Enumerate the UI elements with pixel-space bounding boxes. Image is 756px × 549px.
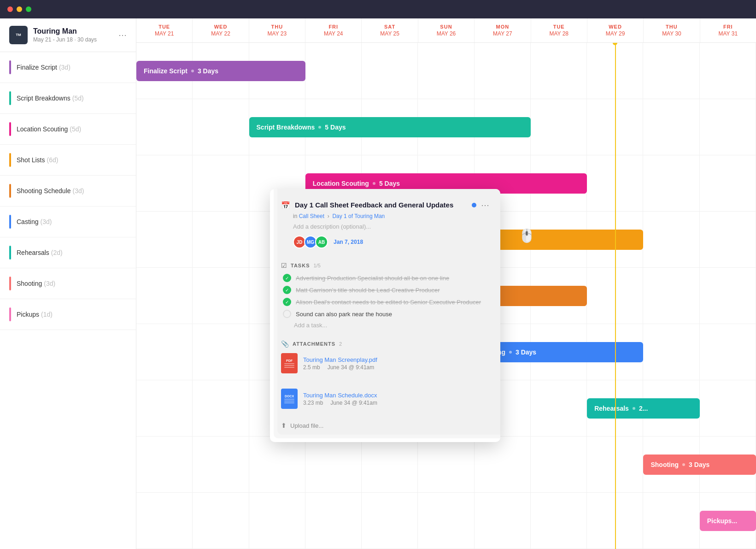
- task-text-3: Sound can also park near the house: [296, 311, 392, 318]
- row-days-3: (6d): [47, 156, 58, 164]
- attach-count: 2: [339, 341, 342, 347]
- cal-cell-5-0: [136, 324, 193, 380]
- popup-divider-2: [281, 334, 489, 335]
- popup-description[interactable]: Add a description (optional)...: [293, 223, 489, 230]
- project-title: Touring Man: [33, 27, 113, 35]
- calendar-header: TUE MAY 21 WED MAY 22 THU MAY 23 FRI MAY…: [136, 18, 756, 43]
- sidebar-header: TM Touring Man May 21 - Jun 18 · 30 days…: [0, 18, 136, 52]
- sidebar-row-8[interactable]: Pickups (1d): [0, 299, 136, 330]
- upload-icon: ⬆: [281, 422, 287, 429]
- cal-cell-0-9: [643, 43, 699, 99]
- cal-date-1: MAY 22: [194, 30, 246, 37]
- task-item-0[interactable]: ✓Advertising Production Specialist shoul…: [281, 274, 489, 282]
- cal-header-3: FRI MAY 24: [305, 18, 362, 42]
- cal-cell-8-5: [418, 493, 474, 549]
- cal-cell-6-7: [531, 380, 587, 436]
- attach-date-0: June 34 @ 9:41am: [328, 364, 375, 371]
- cal-cell-7-8: [587, 437, 643, 492]
- cal-header-9: THU MAY 30: [644, 18, 700, 42]
- popup-card: 📅 Day 1 Call Sheet Feedback and General …: [270, 189, 500, 442]
- upload-button[interactable]: ⬆ Upload file...: [281, 420, 489, 431]
- attach-meta-1: 3.23 mb June 34 @ 9:41am: [303, 400, 489, 406]
- row-days-2: (5d): [70, 125, 81, 133]
- cal-cell-8-6: [475, 493, 531, 549]
- add-task-input[interactable]: Add a task...: [294, 322, 489, 329]
- breadcrumb-link-2[interactable]: Day 1 of Touring Man: [332, 213, 385, 219]
- sidebar-row-2[interactable]: Location Scouting (5d): [0, 114, 136, 145]
- sidebar-row-5[interactable]: Casting (3d): [0, 207, 136, 237]
- bar-sublabel-5: 3 Days: [516, 348, 536, 356]
- sidebar-row-6[interactable]: Rehearsals (2d): [0, 237, 136, 268]
- attach-name-1[interactable]: Touring Man Schedule.docx: [303, 392, 489, 399]
- cal-cell-2-8: [587, 155, 643, 211]
- cal-header-2: THU MAY 23: [249, 18, 305, 42]
- cal-day-9: THU: [645, 24, 697, 30]
- attach-date-1: June 34 @ 9:41am: [330, 400, 377, 406]
- cal-cell-4-10: [700, 268, 756, 324]
- project-subtitle: May 21 - Jun 18 · 30 days: [33, 36, 113, 43]
- cal-cell-2-1: [193, 155, 249, 211]
- task-item-2[interactable]: ✓Alison Beal's contact needs to be edite…: [281, 298, 489, 306]
- cal-row-8: Pickups...: [136, 493, 756, 549]
- cal-cell-1-0: [136, 99, 193, 155]
- cal-date-10: MAY 31: [702, 30, 754, 37]
- sidebar-row-1[interactable]: Script Breakdowns (5d): [0, 83, 136, 114]
- attach-details-1: Touring Man Schedule.docx 3.23 mb June 3…: [303, 392, 489, 406]
- cal-cell-0-6: [475, 43, 531, 99]
- cal-cell-7-0: [136, 437, 193, 492]
- sidebar-row-4[interactable]: Shooting Schedule (3d): [0, 176, 136, 207]
- popup-date: Jan 7, 2018: [334, 239, 363, 245]
- row-days-8: (1d): [41, 311, 53, 318]
- sidebar-row-3[interactable]: Shot Lists (6d): [0, 145, 136, 176]
- cal-cell-8-2: [249, 493, 305, 549]
- row-label-6: Rehearsals: [17, 249, 49, 256]
- cal-cell-0-4: [362, 43, 418, 99]
- cal-header-0: TUE MAY 21: [136, 18, 193, 42]
- sidebar-row-0[interactable]: Finalize Script (3d): [0, 52, 136, 83]
- cal-cell-1-1: [193, 99, 249, 155]
- app-container: TM Touring Man May 21 - Jun 18 · 30 days…: [0, 18, 756, 549]
- row-days-5: (3d): [40, 218, 52, 225]
- popup-more-icon[interactable]: ⋯: [481, 200, 489, 210]
- attach-type-icon-1: DOCX: [281, 389, 298, 409]
- task-item-1[interactable]: ✓Matt Garrison's title should be Lead Cr…: [281, 286, 489, 294]
- title-bar: [0, 0, 756, 18]
- cal-cell-0-5: [418, 43, 474, 99]
- cal-day-2: THU: [251, 24, 303, 30]
- popup-divider: [281, 256, 489, 256]
- attach-meta-0: 2.5 mb June 34 @ 9:41am: [303, 364, 489, 371]
- close-button[interactable]: [7, 6, 13, 12]
- cal-cell-1-10: [700, 99, 756, 155]
- gantt-bar-7[interactable]: Shooting3 Days: [643, 455, 756, 475]
- row-label-1: Script Breakdowns: [17, 94, 70, 102]
- bar-sublabel-6: 2...: [639, 405, 648, 412]
- breadcrumb-link-1[interactable]: Call Sheet: [299, 213, 324, 219]
- task-text-0: Advertising Production Specialist should…: [296, 275, 449, 282]
- row-label-0: Finalize Script: [17, 64, 57, 71]
- fullscreen-button[interactable]: [26, 6, 31, 12]
- attach-label: ATTACHMENTS: [293, 341, 335, 347]
- cal-cell-8-1: [193, 493, 249, 549]
- cal-cell-2-0: [136, 155, 193, 211]
- gantt-bar-1[interactable]: Script Breakdowns5 Days: [249, 117, 531, 137]
- cal-date-7: MAY 28: [533, 30, 585, 37]
- cal-cell-1-8: [587, 99, 643, 155]
- gantt-bar-8[interactable]: Pickups...: [700, 511, 756, 531]
- cal-cell-0-10: [700, 43, 756, 99]
- task-item-3[interactable]: Sound can also park near the house: [281, 310, 489, 318]
- more-options-icon[interactable]: ⋯: [118, 30, 127, 40]
- popup-breadcrumb: in Call Sheet › Day 1 of Touring Man: [293, 213, 489, 219]
- row-label-7: Shooting: [17, 280, 42, 287]
- sidebar-row-7[interactable]: Shooting (3d): [0, 268, 136, 299]
- gantt-bar-6[interactable]: Rehearsals2...: [587, 398, 700, 419]
- task-check-empty-3[interactable]: [283, 310, 291, 318]
- cal-cell-7-2: [249, 437, 305, 492]
- cal-day-6: MON: [476, 24, 528, 30]
- gantt-bar-0[interactable]: Finalize Script3 Days: [136, 61, 305, 81]
- cal-cell-0-7: [531, 43, 587, 99]
- minimize-button[interactable]: [17, 6, 22, 12]
- cal-header-5: SUN MAY 26: [418, 18, 475, 42]
- attach-icon: 📎: [281, 340, 289, 348]
- attach-name-0[interactable]: Touring Man Screenplay.pdf: [303, 356, 489, 363]
- cal-cell-0-3: [305, 43, 362, 99]
